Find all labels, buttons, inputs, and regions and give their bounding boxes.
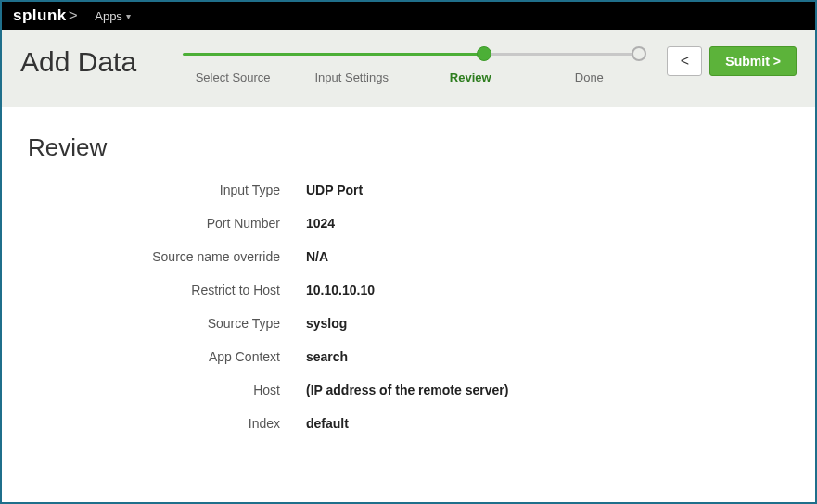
progress-done-bar xyxy=(183,53,484,56)
row-port-number: Port Number 1024 xyxy=(28,216,789,231)
row-source-name-override: Source name override N/A xyxy=(28,249,789,264)
step-node-future xyxy=(632,46,646,61)
label: Source name override xyxy=(28,249,306,264)
value: syslog xyxy=(306,316,347,331)
label: Port Number xyxy=(28,216,306,231)
value: 1024 xyxy=(306,216,335,231)
submit-button[interactable]: Submit > xyxy=(709,46,797,76)
back-button[interactable]: < xyxy=(667,46,702,76)
chevron-right-icon: > xyxy=(773,54,781,69)
value: search xyxy=(306,349,348,364)
value: (IP address of the remote server) xyxy=(306,383,508,397)
row-host: Host (IP address of the remote server) xyxy=(28,383,789,397)
wizard-progress: Select Source Input Settings Review Done xyxy=(173,43,648,84)
row-app-context: App Context search xyxy=(28,349,789,364)
chevron-down-icon: ▾ xyxy=(126,11,131,21)
label: Input Type xyxy=(28,183,306,197)
step-input-settings[interactable]: Input Settings xyxy=(292,70,411,84)
progress-future-bar xyxy=(484,53,639,56)
apps-menu[interactable]: Apps ▾ xyxy=(95,9,131,23)
chevron-left-icon: < xyxy=(681,53,689,69)
brand-logo[interactable]: splunk> xyxy=(13,6,78,25)
step-done: Done xyxy=(530,70,648,84)
row-source-type: Source Type syslog xyxy=(28,316,789,331)
brand-name: splunk xyxy=(13,6,67,25)
step-select-source[interactable]: Select Source xyxy=(173,70,292,84)
topbar: splunk> Apps ▾ xyxy=(2,2,815,30)
row-index: Index default xyxy=(28,416,789,431)
step-node-current xyxy=(477,46,491,61)
row-restrict-to-host: Restrict to Host 10.10.10.10 xyxy=(28,283,789,297)
content: Review Input Type UDP Port Port Number 1… xyxy=(2,107,815,475)
value: N/A xyxy=(306,249,328,264)
label: App Context xyxy=(28,349,306,364)
page-title: Add Data xyxy=(20,46,136,78)
value: UDP Port xyxy=(306,183,363,197)
label: Restrict to Host xyxy=(28,283,306,297)
label: Index xyxy=(28,416,306,431)
step-labels: Select Source Input Settings Review Done xyxy=(173,70,648,84)
value: default xyxy=(306,416,349,431)
apps-label: Apps xyxy=(95,9,122,23)
row-input-type: Input Type UDP Port xyxy=(28,183,789,197)
step-review[interactable]: Review xyxy=(411,70,530,84)
value: 10.10.10.10 xyxy=(306,283,375,297)
header-actions: < Submit > xyxy=(667,46,797,76)
header: Add Data Select Source Input Settings Re… xyxy=(2,30,815,107)
label: Host xyxy=(28,383,306,397)
brand-caret-icon: > xyxy=(69,6,78,25)
label: Source Type xyxy=(28,316,306,331)
submit-label: Submit xyxy=(725,54,769,69)
section-title: Review xyxy=(28,133,789,162)
wizard-track xyxy=(183,48,639,61)
